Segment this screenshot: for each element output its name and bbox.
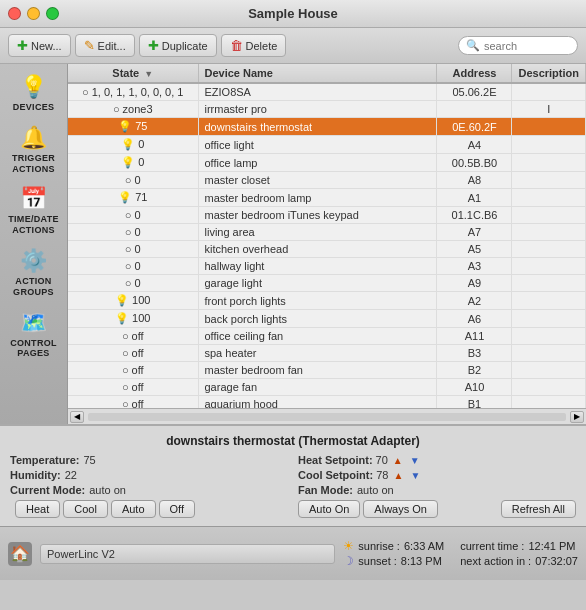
cell-device-name: master bedroom lamp xyxy=(198,189,437,207)
row-icon: ○ xyxy=(122,398,129,408)
table-row[interactable]: ○ 0 living area A7 xyxy=(68,224,586,241)
table-row[interactable]: ○ 0 garage light A9 xyxy=(68,275,586,292)
table-row[interactable]: ○ 0 kitchen overhead A5 xyxy=(68,241,586,258)
sidebar-item-trigger-actions[interactable]: 🔔 TriggerActions xyxy=(0,119,67,181)
cell-state: ○ off xyxy=(68,379,198,396)
sidebar-item-control-pages[interactable]: 🗺️ ControlPages xyxy=(0,304,67,366)
table-row[interactable]: 💡 0 office lamp 00.5B.B0 xyxy=(68,154,586,172)
next-action-item: next action in : 07:32:07 xyxy=(460,554,578,568)
humidity-value: 22 xyxy=(65,469,77,481)
row-icon: ○ xyxy=(122,330,129,342)
powerlinc-label: PowerLinc V2 xyxy=(47,548,115,560)
cell-device-name: office lamp xyxy=(198,154,437,172)
main-area: 💡 Devices 🔔 TriggerActions 📅 Time/DateAc… xyxy=(0,64,586,424)
table-container[interactable]: State ▼ Device Name Address Description … xyxy=(68,64,586,408)
cell-desc xyxy=(512,224,586,241)
sidebar-item-timedate-actions[interactable]: 📅 Time/DateActions xyxy=(0,180,67,242)
table-row[interactable]: ○ 0 master bedroom iTunes keypad 01.1C.B… xyxy=(68,207,586,224)
close-button[interactable] xyxy=(8,7,21,20)
devices-icon: 💡 xyxy=(20,74,47,100)
cell-state: 💡 71 xyxy=(68,189,198,207)
table-row[interactable]: ○ off spa heater B3 xyxy=(68,345,586,362)
toolbar: ✚ New... ✎ Edit... ✚ Duplicate 🗑 Delete … xyxy=(0,28,586,64)
cell-desc xyxy=(512,189,586,207)
cell-state: ○ 1, 0, 1, 1, 0, 0, 0, 1 xyxy=(68,83,198,101)
temperature-value: 75 xyxy=(83,454,95,466)
table-row[interactable]: 💡 71 master bedroom lamp A1 xyxy=(68,189,586,207)
current-time-value: 12:41 PM xyxy=(528,540,575,552)
edit-button[interactable]: ✎ Edit... xyxy=(75,34,135,57)
col-state[interactable]: State ▼ xyxy=(68,64,198,83)
cell-desc xyxy=(512,207,586,224)
new-button[interactable]: ✚ New... xyxy=(8,34,71,57)
duplicate-icon: ✚ xyxy=(148,38,159,53)
heat-setpoint-down-arrow[interactable]: ▼ xyxy=(408,454,422,466)
delete-button[interactable]: 🗑 Delete xyxy=(221,34,287,57)
cell-state: 💡 0 xyxy=(68,154,198,172)
always-on-button[interactable]: Always On xyxy=(363,500,438,518)
cell-device-name: master bedroom fan xyxy=(198,362,437,379)
cell-desc xyxy=(512,118,586,136)
cell-desc xyxy=(512,258,586,275)
auto-on-button[interactable]: Auto On xyxy=(298,500,360,518)
row-icon: ○ xyxy=(82,86,89,98)
sidebar-label-trigger: TriggerActions xyxy=(12,153,55,175)
refresh-button[interactable]: Refresh All xyxy=(501,500,576,518)
table-row[interactable]: ○ zone3 irrmaster pro I xyxy=(68,101,586,118)
row-icon: 💡 xyxy=(115,294,129,306)
minimize-button[interactable] xyxy=(27,7,40,20)
horizontal-scrollbar[interactable]: ◀ ▶ xyxy=(68,408,586,424)
cell-desc xyxy=(512,362,586,379)
search-icon: 🔍 xyxy=(466,39,480,52)
cell-desc xyxy=(512,241,586,258)
table-row[interactable]: ○ 0 master closet A8 xyxy=(68,172,586,189)
table-row[interactable]: 💡 75 downstairs thermostat 0E.60.2F xyxy=(68,118,586,136)
maximize-button[interactable] xyxy=(46,7,59,20)
col-name[interactable]: Device Name xyxy=(198,64,437,83)
cell-device-name: office ceiling fan xyxy=(198,328,437,345)
table-row[interactable]: 💡 0 office light A4 xyxy=(68,136,586,154)
scroll-left-arrow[interactable]: ◀ xyxy=(70,411,84,423)
cool-setpoint-down-arrow[interactable]: ▼ xyxy=(408,469,422,481)
detail-grid: Temperature: 75 Humidity: 22 Current Mod… xyxy=(10,454,576,518)
search-box[interactable]: 🔍 xyxy=(458,36,578,55)
cell-address: A6 xyxy=(437,310,512,328)
col-desc[interactable]: Description xyxy=(512,64,586,83)
sidebar-item-action-groups[interactable]: ⚙️ ActionGroups xyxy=(0,242,67,304)
cell-address: A1 xyxy=(437,189,512,207)
table-row[interactable]: ○ off garage fan A10 xyxy=(68,379,586,396)
search-input[interactable] xyxy=(484,40,574,52)
table-row[interactable]: ○ 1, 0, 1, 1, 0, 0, 0, 1 EZIO8SA 05.06.2… xyxy=(68,83,586,101)
cell-state: ○ off xyxy=(68,362,198,379)
col-address[interactable]: Address xyxy=(437,64,512,83)
cell-device-name: aquarium hood xyxy=(198,396,437,409)
scroll-right-arrow[interactable]: ▶ xyxy=(570,411,584,423)
table-row[interactable]: ○ 0 hallway light A3 xyxy=(68,258,586,275)
auto-button[interactable]: Auto xyxy=(111,500,156,518)
row-icon: 💡 xyxy=(121,156,135,168)
duplicate-button[interactable]: ✚ Duplicate xyxy=(139,34,217,57)
table-row[interactable]: ○ off aquarium hood B1 xyxy=(68,396,586,409)
row-icon: ○ xyxy=(122,381,129,393)
cell-device-name: hallway light xyxy=(198,258,437,275)
table-row[interactable]: ○ off office ceiling fan A11 xyxy=(68,328,586,345)
next-action-label: next action in : xyxy=(460,555,531,567)
table-row[interactable]: ○ off master bedroom fan B2 xyxy=(68,362,586,379)
cool-setpoint-up-arrow[interactable]: ▲ xyxy=(391,469,405,481)
detail-left: Temperature: 75 Humidity: 22 Current Mod… xyxy=(10,454,288,518)
cool-button[interactable]: Cool xyxy=(63,500,108,518)
off-button[interactable]: Off xyxy=(159,500,195,518)
cell-state: ○ 0 xyxy=(68,241,198,258)
table-row[interactable]: 💡 100 back porch lights A6 xyxy=(68,310,586,328)
heat-setpoint-up-arrow[interactable]: ▲ xyxy=(391,454,405,466)
heat-setpoint-value: 70 xyxy=(376,454,388,466)
cool-setpoint-label: Cool Setpoint: xyxy=(298,469,373,481)
heat-button[interactable]: Heat xyxy=(15,500,60,518)
table-row[interactable]: 💡 100 front porch lights A2 xyxy=(68,292,586,310)
cell-desc xyxy=(512,328,586,345)
home-button[interactable]: 🏠 xyxy=(8,542,32,566)
cell-state: ○ off xyxy=(68,345,198,362)
window-controls[interactable] xyxy=(8,7,59,20)
sidebar-label-timedate: Time/DateActions xyxy=(8,214,59,236)
sidebar-item-devices[interactable]: 💡 Devices xyxy=(0,68,67,119)
